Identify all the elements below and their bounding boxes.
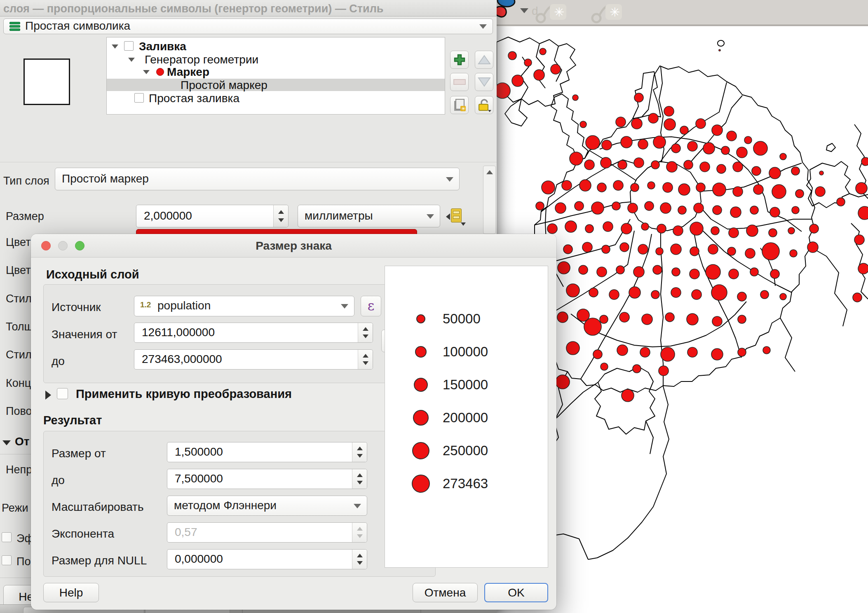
proportional-symbol [690,247,699,256]
tree-row-marker[interactable]: Маркер [107,66,445,78]
proportional-symbol [653,265,662,274]
panel-scrollbar[interactable] [483,166,496,234]
symbology-type-select[interactable]: Простая символика [3,19,493,34]
proportional-symbol [638,244,648,254]
proportional-symbol [696,119,706,129]
size-unit-value: миллиметры [305,209,373,222]
fill-checkbox[interactable] [124,41,134,51]
district-boundary [646,421,653,454]
proportional-symbol [631,183,639,192]
spinner-buttons[interactable] [352,442,367,462]
spinner-buttons[interactable] [358,323,373,342]
size-unit-select[interactable]: миллиметры [298,205,440,227]
cancel-button[interactable]: Отмена [413,583,478,602]
dialog-titlebar[interactable]: Размер знака [31,234,556,257]
proportional-symbol [660,203,671,213]
transfer-curve-label: Применить кривую преобразования [76,387,292,401]
proportional-symbol [678,184,690,195]
tree-row-fill[interactable]: Заливка [107,40,445,52]
expression-builder-button[interactable]: ε [361,296,381,316]
feature-visibility-checkbox[interactable] [2,555,12,565]
district-boundary [590,151,636,180]
size-from-input[interactable]: 1,500000 [167,442,367,462]
proportional-symbol [687,347,697,357]
layer-type-label: Тип слоя [3,175,49,187]
values-to-input[interactable]: 273463,000000 [134,349,373,370]
proportional-symbol [703,143,715,154]
proportional-symbol [663,182,673,192]
proportional-symbol [593,350,602,359]
district-boundary [811,247,847,326]
size-input[interactable]: 2,000000 [136,205,289,227]
tree-row-simple-fill[interactable]: Простая заливка [107,92,445,104]
proportional-symbol [584,318,601,335]
ok-button[interactable]: OK [484,583,548,602]
spinner-buttons[interactable] [352,469,367,489]
proportional-symbol [657,224,666,233]
legend-item: 273463 [385,467,548,500]
proportional-symbol [603,222,613,232]
proportional-symbol [795,190,804,198]
proportional-symbol [708,244,718,254]
proportional-symbol [566,342,579,355]
spinner-buttons[interactable] [352,550,367,569]
proportional-symbol [621,136,632,148]
proportional-symbol [651,290,659,299]
svg-text:✳: ✳ [461,106,465,112]
add-symbol-layer-button[interactable] [450,51,469,69]
proportional-symbol [665,313,674,322]
dropdown-arrow-icon[interactable] [520,8,528,13]
proportional-symbol [547,224,557,234]
scale-method-select[interactable]: методом Флэннери [167,496,367,516]
layer-type-select[interactable]: Простой маркер [55,168,460,190]
values-from-input[interactable]: 12611,000000 [134,323,373,343]
expander-icon[interactable] [112,44,118,49]
stroke-width-label: Толщ [6,321,33,333]
remove-symbol-layer-button [450,73,469,91]
scroll-up-icon[interactable] [486,170,493,174]
style-dialog-titlebar: слоя — пропорциональные символы (генерто… [0,0,497,16]
proportional-symbol [555,203,566,213]
symbol-layer-tree[interactable]: Заливка Генератор геометрии Маркер Прост… [106,37,445,115]
proportional-symbol [620,243,629,252]
blend-mode-label: Режи [2,502,28,515]
source-field-select[interactable]: 1.2 population [134,296,354,316]
tree-row-geometry-generator[interactable]: Генератор геометрии [107,53,445,66]
transfer-curve-checkbox[interactable] [57,388,68,399]
proportional-symbol [634,158,644,168]
proportional-symbol [582,242,592,252]
proportional-symbol [745,248,755,258]
proportional-symbol [733,162,743,172]
draw-effects-checkbox[interactable] [2,532,12,542]
size-to-input[interactable]: 7,500000 [167,469,367,489]
lock-color-button[interactable] [475,96,493,114]
simple-fill-checkbox[interactable] [134,93,144,103]
stroke-color-label: Цвет [6,264,31,277]
district-boundary [554,46,562,82]
help-button[interactable]: Help [43,583,99,602]
numeric-field-icon: 1.2 [140,300,151,309]
size-from-value: 1,500000 [175,445,223,459]
proportional-symbol [791,167,800,175]
legend-symbol-icon [415,346,427,358]
proportional-symbol [727,131,737,141]
layer-rendering-section[interactable]: От [2,435,30,448]
spinner-buttons[interactable] [273,205,288,227]
proportional-symbol [584,160,594,170]
expander-icon[interactable] [128,58,135,62]
spinner-buttons[interactable] [358,350,373,369]
svg-text:✳: ✳ [610,5,620,19]
proportional-symbol [671,244,681,255]
duplicate-symbol-layer-button[interactable]: ✳ [450,96,469,114]
symbology-type-value: Простая символика [25,19,130,33]
size-label: Размер [6,210,44,223]
expander-right-icon[interactable] [45,391,51,400]
proportional-symbol [770,207,780,217]
data-defined-override-button[interactable] [446,206,464,227]
expander-icon[interactable] [143,70,150,74]
proportional-symbol [672,268,680,276]
proportional-symbol [711,349,723,360]
proportional-symbol [585,225,594,233]
tree-row-simple-marker[interactable]: Простой маркер [107,79,445,91]
null-size-input[interactable]: 0,000000 [167,549,367,569]
